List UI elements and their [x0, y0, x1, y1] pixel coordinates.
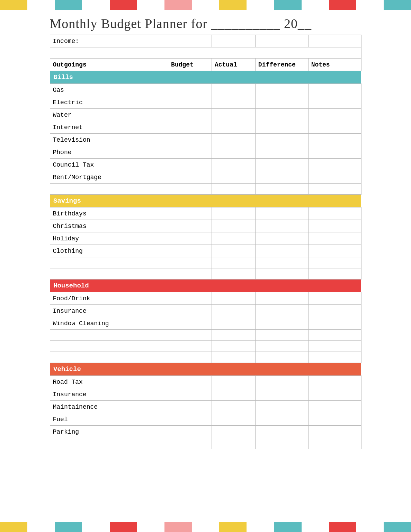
vehicle-road-tax-label: Road Tax [50, 376, 168, 388]
bills-television-row: Television [50, 134, 361, 146]
vehicle-fuel-row: Fuel [50, 413, 361, 426]
bar-teal3 [384, 0, 411, 10]
bottom-bar-red2 [329, 522, 356, 532]
savings-empty-row-2 [50, 268, 361, 280]
bottom-bar-gap [27, 522, 55, 532]
bills-gas-budget [168, 84, 212, 96]
col-notes: Notes [308, 59, 361, 71]
bills-electric-row: Electric [50, 96, 361, 109]
budget-table: Income: Outgoings Budget Actual Differen… [50, 35, 361, 449]
bills-label: Bills [50, 71, 361, 84]
bills-internet-label: Internet [50, 121, 168, 134]
col-difference: Difference [255, 59, 308, 71]
vehicle-maintenance-row: Maintainence [50, 401, 361, 413]
bills-rent-mortgage-label: Rent/Mortgage [50, 171, 168, 184]
bills-television-label: Television [50, 134, 168, 146]
bills-gas-row: Gas [50, 84, 361, 96]
income-notes [308, 35, 361, 47]
savings-clothing-row: Clothing [50, 245, 361, 257]
bills-electric-label: Electric [50, 96, 168, 109]
bills-water-label: Water [50, 109, 168, 121]
vehicle-empty-row [50, 438, 361, 449]
vehicle-insurance-label: Insurance [50, 388, 168, 401]
bills-gas-notes [308, 84, 361, 96]
bills-phone-label: Phone [50, 146, 168, 159]
household-window-cleaning-label: Window Cleaning [50, 317, 168, 330]
savings-holiday-label: Holiday [50, 232, 168, 245]
bar-gap7 [356, 0, 384, 10]
household-empty-row-3 [50, 352, 361, 363]
bottom-bar-gap6 [302, 522, 329, 532]
bills-gas-label: Gas [50, 84, 168, 96]
income-actual [212, 35, 255, 47]
bills-council-tax-row: Council Tax [50, 159, 361, 171]
savings-empty-row-1 [50, 257, 361, 268]
bar-yellow2 [219, 0, 247, 10]
bills-empty-row [50, 184, 361, 195]
income-row: Income: [50, 35, 361, 47]
income-label: Income: [50, 35, 168, 47]
household-insurance-label: Insurance [50, 305, 168, 317]
household-food-label: Food/Drink [50, 292, 168, 305]
bar-pink [164, 0, 192, 10]
bar-gap [27, 0, 55, 10]
household-label: Household [50, 280, 361, 292]
bar-teal [55, 0, 82, 10]
bills-water-row: Water [50, 109, 361, 121]
bills-rent-mortgage-row: Rent/Mortgage [50, 171, 361, 184]
savings-birthdays-row: Birthdays [50, 207, 361, 220]
savings-christmas-row: Christmas [50, 220, 361, 232]
bar-gap5 [247, 0, 274, 10]
col-outgoings: Outgoings [50, 59, 168, 71]
vehicle-fuel-label: Fuel [50, 413, 168, 426]
bills-gas-diff [255, 84, 308, 96]
household-food-row: Food/Drink [50, 292, 361, 305]
col-actual: Actual [212, 59, 255, 71]
bills-section-header: Bills [50, 71, 361, 84]
household-empty-row-2 [50, 341, 361, 352]
bottom-bar-teal [55, 522, 82, 532]
bottom-bar-gap5 [247, 522, 274, 532]
savings-birthdays-label: Birthdays [50, 207, 168, 220]
page-title: Monthly Budget Planner for __________ 20… [50, 10, 361, 35]
col-budget: Budget [168, 59, 212, 71]
bottom-bar-pink [164, 522, 192, 532]
bills-phone-row: Phone [50, 146, 361, 159]
vehicle-parking-row: Parking [50, 426, 361, 438]
household-empty-row-1 [50, 330, 361, 341]
savings-christmas-label: Christmas [50, 220, 168, 232]
bottom-bar-teal3 [384, 522, 411, 532]
vehicle-section-header: Vehicle [50, 363, 361, 376]
bills-council-tax-label: Council Tax [50, 159, 168, 171]
bills-gas-actual [212, 84, 255, 96]
bottom-bar-gap2 [82, 522, 109, 532]
page: Monthly Budget Planner for __________ 20… [0, 0, 411, 532]
savings-label: Savings [50, 195, 361, 207]
bottom-bar-yellow [0, 522, 27, 532]
income-diff [255, 35, 308, 47]
household-window-cleaning-row: Window Cleaning [50, 317, 361, 330]
bills-internet-row: Internet [50, 121, 361, 134]
savings-section-header: Savings [50, 195, 361, 207]
bottom-bar-gap7 [356, 522, 384, 532]
top-color-bars [0, 0, 411, 10]
vehicle-road-tax-row: Road Tax [50, 376, 361, 388]
bar-gap2 [82, 0, 109, 10]
bar-yellow [0, 0, 27, 10]
spacer-row-1 [50, 47, 361, 59]
income-budget [168, 35, 212, 47]
bottom-color-bars [0, 522, 411, 532]
bar-red [110, 0, 137, 10]
vehicle-parking-label: Parking [50, 426, 168, 438]
bottom-bar-yellow2 [219, 522, 247, 532]
savings-holiday-row: Holiday [50, 232, 361, 245]
household-section-header: Household [50, 280, 361, 292]
bar-gap6 [302, 0, 329, 10]
vehicle-maintenance-label: Maintainence [50, 401, 168, 413]
bottom-bar-red [110, 522, 137, 532]
bar-gap4 [192, 0, 219, 10]
bar-red2 [329, 0, 356, 10]
title-text: Monthly Budget Planner for __________ 20… [50, 16, 312, 31]
bar-teal2 [274, 0, 301, 10]
bar-gap3 [137, 0, 164, 10]
